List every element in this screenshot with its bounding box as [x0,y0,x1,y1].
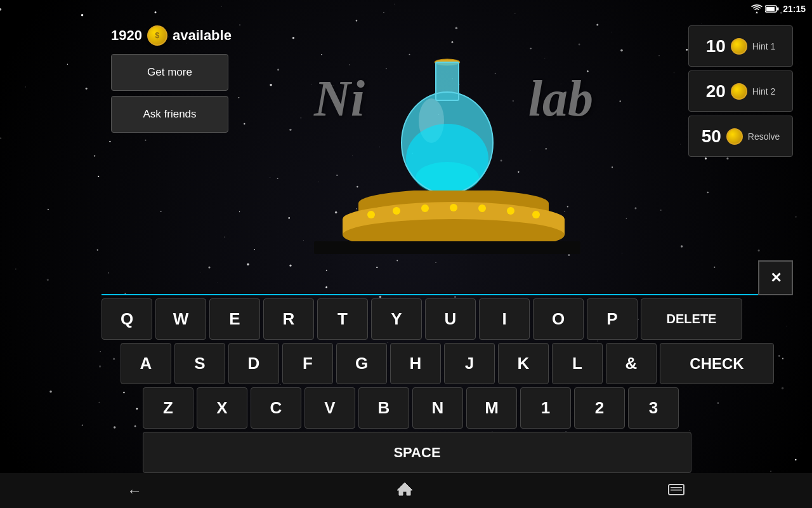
wifi-icon [751,4,763,13]
svg-point-19 [421,204,429,212]
svg-point-18 [393,207,400,215]
key-2[interactable]: 2 [574,387,625,429]
keyboard: Q W E R T Y U I O P DELETE A S D F G H J… [102,298,812,473]
status-icons [751,4,779,13]
key-c[interactable]: C [251,387,301,429]
check-button[interactable]: CHECK [660,343,774,384]
space-button[interactable]: SPACE [143,432,691,473]
key-o[interactable]: O [533,298,584,340]
key-s[interactable]: S [174,343,225,384]
key-t[interactable]: T [317,298,368,340]
get-more-button[interactable]: Get more [111,54,228,91]
input-area: ✕ [102,260,793,295]
hint2-button[interactable]: 20 Hint 2 [688,70,793,112]
key-k[interactable]: K [498,343,549,384]
key-b[interactable]: B [358,387,409,429]
delete-button[interactable]: DELETE [641,298,742,340]
nav-bar: ← [0,473,812,508]
keyboard-row-3: Z X C V B N M 1 2 3 [102,387,812,429]
lab-text: lab [528,70,593,128]
key-3[interactable]: 3 [628,387,679,429]
hint1-cost: 10 [706,36,726,57]
resolve-cost: 50 [702,126,721,147]
keyboard-row-space: SPACE [102,432,812,473]
home-nav-button[interactable] [383,476,426,505]
hint1-coin-icon [731,38,747,55]
hint2-label: Hint 2 [752,86,776,97]
key-n[interactable]: N [412,387,463,429]
lab-scene-container: Ni lab [295,19,599,254]
back-nav-button[interactable]: ← [114,477,155,505]
recent-icon [667,483,685,496]
key-ampersand[interactable]: & [606,343,657,384]
key-w[interactable]: W [155,298,206,340]
key-h[interactable]: H [390,343,441,384]
status-bar: 21:15 [736,0,812,18]
key-g[interactable]: G [336,343,387,384]
key-z[interactable]: Z [143,387,193,429]
key-j[interactable]: J [444,343,495,384]
svg-point-20 [450,204,457,211]
action-buttons-panel: Get more Ask friends [111,54,228,133]
svg-point-8 [416,162,479,194]
svg-point-21 [478,204,486,212]
svg-marker-24 [397,483,412,495]
clear-button[interactable]: ✕ [758,260,793,295]
flask-image [384,32,511,212]
platform-image [333,190,561,248]
game-scene: Ni lab [222,13,672,260]
svg-rect-26 [671,487,682,488]
answer-input[interactable] [102,260,758,295]
recent-nav-button[interactable] [655,477,698,505]
key-r[interactable]: R [263,298,314,340]
svg-point-17 [367,211,375,218]
resolve-coin-icon [726,128,743,145]
hint1-button[interactable]: 10 Hint 1 [688,25,793,67]
key-m[interactable]: M [466,387,517,429]
key-u[interactable]: U [425,298,476,340]
key-p[interactable]: P [587,298,638,340]
battery-icon [765,5,779,13]
key-1[interactable]: 1 [520,387,571,429]
flask-svg [384,32,511,210]
svg-rect-1 [766,7,775,11]
home-icon [396,481,414,497]
hint2-cost: 20 [706,81,726,102]
key-i[interactable]: I [479,298,530,340]
resolve-label: Resolve [748,131,780,142]
svg-point-23 [532,211,540,218]
coin-available-label: available [173,27,232,44]
key-d[interactable]: D [228,343,279,384]
key-e[interactable]: E [209,298,260,340]
coin-counter: 1920 $ available [111,25,232,46]
key-y[interactable]: Y [371,298,422,340]
key-a[interactable]: A [121,343,171,384]
coin-icon-main: $ [147,25,167,46]
hint1-label: Hint 1 [752,41,776,51]
ni-text: Ni [314,70,365,128]
key-q[interactable]: Q [102,298,152,340]
base-platform [314,241,580,254]
status-time: 21:15 [783,4,806,14]
svg-rect-27 [671,490,682,491]
coin-amount: 1920 [111,27,142,44]
key-l[interactable]: L [552,343,603,384]
ask-friends-button[interactable]: Ask friends [111,96,228,133]
hint2-coin-icon [731,83,747,100]
keyboard-row-2: A S D F G H J K L & CHECK [102,343,812,384]
key-f[interactable]: F [282,343,333,384]
svg-rect-2 [777,8,779,11]
key-x[interactable]: X [197,387,247,429]
key-v[interactable]: V [304,387,355,429]
keyboard-row-1: Q W E R T Y U I O P DELETE [102,298,812,340]
svg-point-22 [507,207,514,215]
resolve-button[interactable]: 50 Resolve [688,116,793,157]
hint-panel: 10 Hint 1 20 Hint 2 50 Resolve [688,25,793,157]
